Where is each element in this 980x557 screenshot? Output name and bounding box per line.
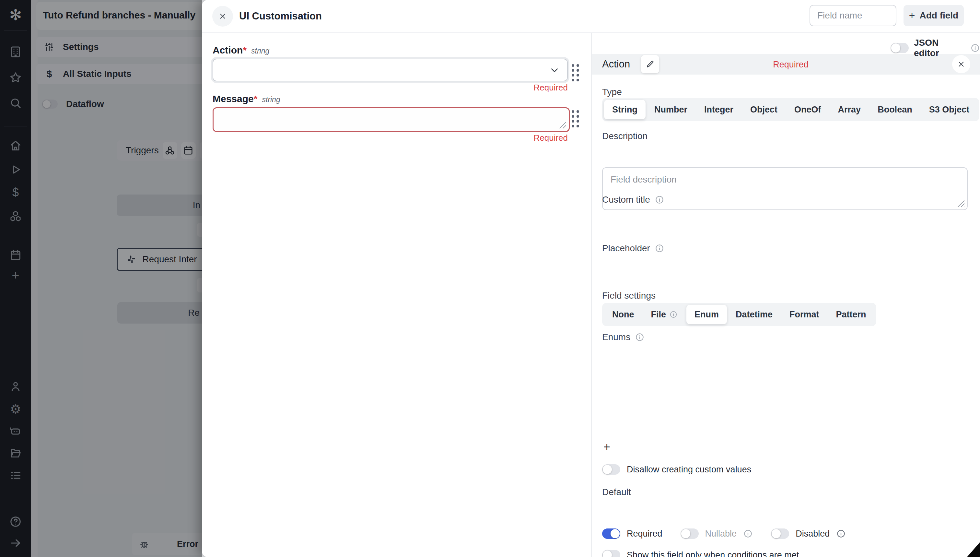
- pencil-icon: [645, 60, 655, 69]
- type-option-object[interactable]: Object: [742, 100, 785, 119]
- action-drag-handle[interactable]: [572, 64, 579, 81]
- rename-field-button[interactable]: [641, 55, 659, 73]
- app-root: Tuto Refund branches - Manually Settings…: [0, 0, 980, 557]
- default-label: Default: [602, 487, 631, 497]
- json-editor-row: JSON editor: [891, 37, 980, 59]
- disallow-custom-values-label: Disallow creating custom values: [627, 464, 751, 475]
- action-select[interactable]: [213, 59, 568, 81]
- info-icon[interactable]: [743, 529, 753, 539]
- info-icon[interactable]: [655, 243, 664, 253]
- fs-option-enum[interactable]: Enum: [686, 305, 727, 324]
- required-asterisk: *: [254, 93, 258, 104]
- info-icon[interactable]: [970, 43, 980, 53]
- add-enum-button[interactable]: +: [603, 440, 610, 454]
- disabled-toggle[interactable]: [771, 528, 789, 539]
- conditions-row: Show this field only when conditions are…: [602, 550, 799, 557]
- message-textarea[interactable]: [213, 107, 570, 132]
- message-field-label: Message*: [213, 93, 257, 104]
- type-option-array[interactable]: Array: [830, 100, 869, 119]
- action-field-type: string: [251, 47, 269, 55]
- modal-close-button[interactable]: [212, 6, 233, 26]
- fs-option-datetime[interactable]: Datetime: [728, 305, 781, 324]
- panel-field-status: Required: [752, 60, 830, 70]
- custom-title-label: Custom title: [602, 194, 650, 205]
- fs-option-pattern[interactable]: Pattern: [828, 305, 874, 324]
- panel-divider: [592, 33, 592, 557]
- message-drag-handle[interactable]: [572, 110, 579, 127]
- message-field-label-row: Message* string: [213, 93, 280, 104]
- close-icon: [218, 12, 227, 20]
- add-field-label: Add field: [920, 10, 958, 21]
- conditions-label: Show this field only when conditions are…: [627, 550, 799, 557]
- nullable-toggle-label: Nullable: [705, 529, 737, 539]
- ui-customisation-modal: [202, 0, 980, 557]
- disallow-custom-values-row: Disallow creating custom values: [602, 464, 751, 475]
- conditions-toggle[interactable]: [602, 550, 620, 557]
- action-field-label-row: Action* string: [213, 45, 269, 56]
- description-label: Description: [602, 131, 647, 142]
- mouse-cursor: [967, 542, 980, 557]
- plus-icon: +: [909, 10, 915, 22]
- modal-backdrop[interactable]: [0, 0, 202, 557]
- json-editor-label: JSON editor: [914, 37, 965, 59]
- type-option-s3object[interactable]: S3 Object: [921, 100, 978, 119]
- fs-option-file[interactable]: File: [643, 305, 686, 324]
- required-asterisk: *: [243, 45, 247, 55]
- type-option-string[interactable]: String: [604, 100, 645, 119]
- panel-close-button[interactable]: [952, 55, 970, 73]
- action-field-label: Action*: [213, 45, 247, 56]
- json-editor-toggle[interactable]: [891, 43, 909, 53]
- info-icon[interactable]: [836, 529, 846, 539]
- field-name-placeholder: Field name: [817, 10, 862, 21]
- info-icon[interactable]: [635, 332, 645, 342]
- flags-row: Required Nullable Disabled: [602, 528, 846, 539]
- field-settings-label: Field settings: [602, 290, 656, 301]
- fs-option-none[interactable]: None: [604, 305, 642, 324]
- enums-label: Enums: [602, 332, 630, 342]
- type-option-oneof[interactable]: OneOf: [786, 100, 829, 119]
- required-toggle-label: Required: [627, 529, 662, 539]
- type-option-number[interactable]: Number: [646, 100, 696, 119]
- type-option-integer[interactable]: Integer: [696, 100, 741, 119]
- placeholder-label: Placeholder: [602, 243, 650, 254]
- action-required-note: Required: [471, 83, 568, 93]
- required-toggle[interactable]: [602, 528, 620, 539]
- description-placeholder: Field description: [611, 174, 677, 184]
- info-icon[interactable]: [655, 195, 664, 205]
- type-label: Type: [602, 87, 622, 97]
- nullable-toggle[interactable]: [681, 528, 699, 539]
- disallow-custom-values-toggle[interactable]: [602, 464, 620, 475]
- add-field-button[interactable]: + Add field: [904, 5, 964, 26]
- placeholder-label-row: Placeholder: [602, 243, 664, 254]
- panel-field-title: Action: [602, 59, 630, 70]
- info-icon: [669, 310, 678, 319]
- fs-option-format[interactable]: Format: [781, 305, 827, 324]
- type-option-boolean[interactable]: Boolean: [869, 100, 920, 119]
- close-icon: [957, 60, 965, 68]
- message-required-note: Required: [471, 133, 568, 143]
- type-segmented-control: String Number Integer Object OneOf Array…: [602, 98, 979, 121]
- custom-title-label-row: Custom title: [602, 194, 664, 205]
- field-name-input[interactable]: Field name: [809, 5, 896, 26]
- enums-label-row: Enums: [602, 332, 645, 342]
- field-settings-segmented-control: None File Enum Datetime Format Pattern: [602, 303, 876, 326]
- disabled-toggle-label: Disabled: [796, 529, 830, 539]
- chevron-down-icon: [549, 65, 560, 75]
- modal-title: UI Customisation: [239, 10, 322, 22]
- message-field-type: string: [262, 95, 280, 104]
